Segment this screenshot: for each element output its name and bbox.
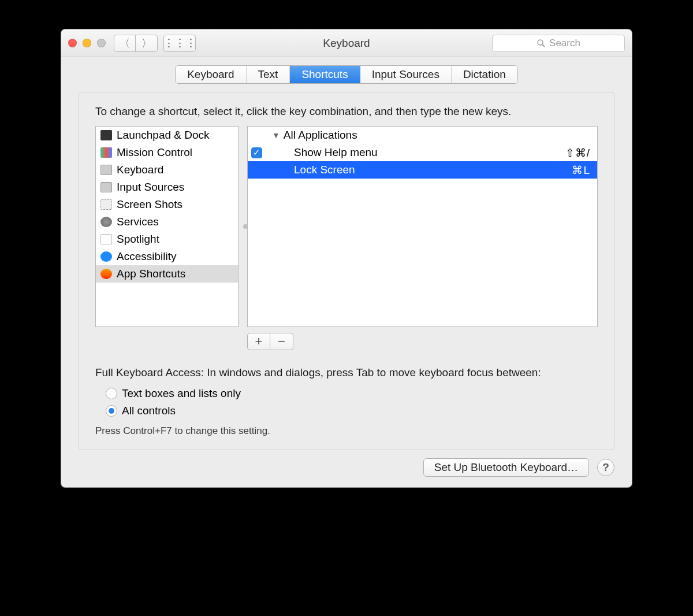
tab-text[interactable]: Text: [247, 66, 290, 83]
accessibility-icon: [100, 251, 112, 262]
instructions-label: To change a shortcut, select it, click t…: [95, 105, 598, 118]
nav-buttons: 〈 〉: [114, 35, 158, 52]
radio-button[interactable]: [106, 405, 117, 417]
minimize-window-button[interactable]: [83, 39, 91, 47]
disclosure-triangle-icon[interactable]: ▼: [272, 131, 280, 140]
shortcut-lock-screen[interactable]: ✓ Lock Screen ⌘L: [248, 161, 597, 179]
tab-bar: Keyboard Text Shortcuts Input Sources Di…: [61, 65, 632, 84]
launchpad-icon: [100, 130, 112, 140]
window-body: Keyboard Text Shortcuts Input Sources Di…: [61, 65, 632, 487]
services-icon: [100, 217, 112, 227]
category-services[interactable]: Services: [96, 213, 238, 231]
add-remove-buttons: + −: [247, 333, 598, 350]
shortcut-show-help-menu[interactable]: ✓ Show Help menu ⇧⌘/: [248, 144, 597, 161]
input-sources-icon: [100, 182, 112, 192]
remove-shortcut-button[interactable]: −: [270, 333, 293, 350]
tab-input-sources[interactable]: Input Sources: [360, 66, 452, 83]
search-input[interactable]: Search: [492, 35, 625, 52]
shortcut-detail-list[interactable]: ▼ All Applications ✓ Show Help menu ⇧⌘/ …: [247, 126, 598, 327]
tab-shortcuts[interactable]: Shortcuts: [290, 66, 360, 83]
category-accessibility[interactable]: Accessibility: [96, 248, 238, 265]
column-resizer[interactable]: [243, 224, 248, 229]
shortcuts-panel: To change a shortcut, select it, click t…: [79, 92, 614, 450]
chevron-right-icon: 〉: [141, 36, 152, 50]
category-screen-shots[interactable]: Screen Shots: [96, 196, 238, 213]
window-controls: [68, 39, 106, 47]
fka-heading: Full Keyboard Access: In windows and dia…: [95, 366, 598, 379]
shortcut-label: Lock Screen: [294, 164, 355, 176]
category-keyboard[interactable]: Keyboard: [96, 161, 238, 179]
grid-icon: ⋮⋮⋮: [163, 36, 196, 50]
keyboard-icon: [100, 165, 112, 175]
search-placeholder: Search: [549, 38, 580, 49]
chevron-left-icon: 〈: [120, 36, 130, 50]
titlebar: 〈 〉 ⋮⋮⋮ Keyboard Search: [61, 29, 632, 57]
enable-checkbox[interactable]: ✓: [251, 147, 262, 158]
zoom-window-button[interactable]: [97, 39, 106, 47]
category-spotlight[interactable]: Spotlight: [96, 231, 238, 248]
shortcut-key[interactable]: ⇧⌘/: [565, 146, 590, 159]
spotlight-icon: [100, 234, 112, 244]
help-button[interactable]: ?: [597, 459, 614, 476]
radio-button[interactable]: [106, 388, 117, 399]
category-list[interactable]: Launchpad & Dock Mission Control Keyboar…: [95, 126, 239, 327]
forward-button[interactable]: 〉: [136, 35, 158, 52]
tab-keyboard[interactable]: Keyboard: [176, 66, 246, 83]
fka-option-all-controls[interactable]: All controls: [106, 402, 598, 420]
category-mission-control[interactable]: Mission Control: [96, 144, 238, 161]
fka-hint: Press Control+F7 to change this setting.: [95, 425, 598, 437]
svg-point-0: [538, 40, 543, 45]
category-launchpad-dock[interactable]: Launchpad & Dock: [96, 127, 238, 144]
lists-container: Launchpad & Dock Mission Control Keyboar…: [95, 126, 598, 327]
add-shortcut-button[interactable]: +: [247, 333, 270, 350]
footer: Set Up Bluetooth Keyboard… ?: [61, 450, 632, 477]
fka-radio-group: Text boxes and lists only All controls: [106, 385, 598, 420]
back-button[interactable]: 〈: [114, 35, 136, 52]
setup-bluetooth-button[interactable]: Set Up Bluetooth Keyboard…: [423, 458, 589, 477]
screenshots-icon: [100, 199, 112, 210]
close-window-button[interactable]: [68, 39, 77, 47]
group-all-applications[interactable]: ▼ All Applications: [248, 127, 597, 144]
show-all-button[interactable]: ⋮⋮⋮: [163, 35, 196, 52]
category-input-sources[interactable]: Input Sources: [96, 179, 238, 196]
tab-dictation[interactable]: Dictation: [452, 66, 517, 83]
prefs-window: 〈 〉 ⋮⋮⋮ Keyboard Search Keyboard Text Sh…: [61, 29, 632, 488]
mission-control-icon: [100, 147, 112, 158]
app-shortcuts-icon: [100, 269, 112, 279]
shortcut-key[interactable]: ⌘L: [572, 164, 590, 177]
shortcut-label: Show Help menu: [294, 146, 378, 159]
category-app-shortcuts[interactable]: App Shortcuts: [96, 265, 238, 283]
svg-line-1: [542, 44, 545, 47]
search-icon: [536, 39, 546, 48]
fka-option-textboxes[interactable]: Text boxes and lists only: [106, 385, 598, 402]
